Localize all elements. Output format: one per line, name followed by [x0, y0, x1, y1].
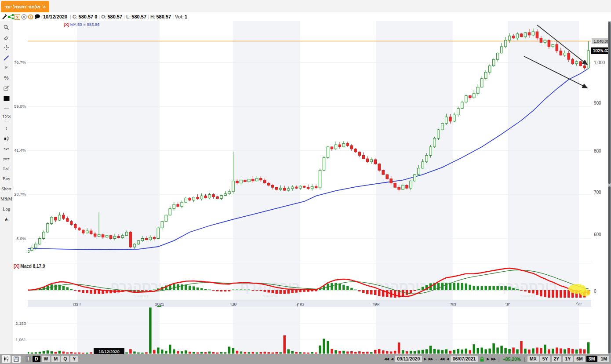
from-date-end-button[interactable]: ▶▶ — [428, 357, 433, 361]
favorite-tool[interactable]: ★ — [0, 215, 13, 225]
candle — [279, 188, 282, 189]
trendline-icon — [4, 55, 9, 61]
macd-histogram-bar — [484, 286, 487, 290]
to-date-prev-button[interactable]: ◀ — [446, 357, 449, 361]
from-date-start-button[interactable]: ◀◀ — [384, 357, 389, 361]
remove-macd-button[interactable]: [X] — [14, 264, 19, 269]
percent-tool[interactable]: % — [0, 73, 13, 83]
crosshair-tool[interactable] — [0, 43, 13, 53]
kitzon-tool[interactable]: קיצון — [0, 154, 13, 164]
mm-tool[interactable]: M&M — [0, 194, 13, 204]
volume-bar — [319, 346, 321, 354]
candle — [58, 215, 61, 220]
volume-bar — [469, 350, 472, 354]
volume-tick-label: 1,061 — [15, 337, 26, 342]
vertical-line-tool[interactable]: ↕ — [0, 124, 13, 134]
volume-bar — [47, 350, 49, 353]
annotate-tool[interactable] — [0, 83, 13, 93]
volume-bar — [189, 352, 191, 354]
candle — [272, 185, 274, 187]
range-mx-button[interactable]: MX — [527, 356, 539, 363]
remove-study-button[interactable]: [X] — [64, 22, 69, 27]
candle-style-tool[interactable] — [0, 134, 13, 144]
zoom-tool[interactable] — [0, 22, 13, 33]
periodicity-d-button[interactable]: D — [33, 356, 40, 363]
level-tool[interactable]: Lvl — [0, 164, 13, 174]
macd-study-label[interactable]: [X]Macd 8,17,9 — [14, 264, 45, 269]
edit-note-icon — [4, 86, 9, 91]
periodicity-m-button[interactable]: M — [51, 356, 60, 363]
to-date-button[interactable]: 06/07/2021 — [451, 356, 478, 363]
range-3m-button[interactable]: 3M — [586, 356, 597, 363]
candle — [564, 53, 566, 55]
range-5y-button[interactable]: 5Y — [540, 356, 550, 363]
macd-histogram-bar — [362, 290, 365, 293]
volume-bar — [157, 348, 160, 354]
to-date-next-button[interactable]: ▶ — [486, 357, 489, 361]
trendline-tool[interactable] — [0, 53, 13, 63]
chart-style-button[interactable] — [2, 355, 11, 363]
macd-histogram-bar — [141, 290, 144, 291]
close-icon[interactable]: ✕ — [43, 4, 46, 9]
range-1m-button[interactable]: 1M — [598, 356, 609, 363]
macd-histogram-bar — [149, 290, 152, 291]
range-6m-button[interactable]: 6M — [574, 356, 585, 363]
candle — [331, 147, 333, 149]
macd-histogram-bar — [220, 290, 223, 291]
fibonacci-tool[interactable]: F — [0, 63, 13, 73]
macd-histogram-bar — [335, 283, 337, 290]
share-icon[interactable] — [8, 14, 14, 20]
ratzef-tool[interactable]: רצף — [0, 144, 13, 154]
to-date-start-button[interactable]: ◀◀ — [439, 357, 444, 361]
target-icon[interactable] — [28, 14, 33, 20]
chart-tab[interactable]: אלמור חשמל יומי ✕ — [1, 1, 49, 12]
month-band — [233, 307, 300, 354]
periodicity-q-button[interactable]: Q — [61, 356, 69, 363]
month-label: מאי — [450, 302, 456, 306]
macd-histogram-bar — [236, 290, 239, 290]
macd-histogram-bar — [86, 290, 88, 293]
lock-range-button[interactable] — [479, 357, 485, 362]
candle — [200, 196, 203, 199]
scrollbar-thumb[interactable] — [608, 186, 611, 353]
from-date-button[interactable]: 09/11/2020 — [395, 356, 422, 363]
right-scrollbar[interactable] — [608, 12, 611, 364]
volume-bar — [587, 342, 590, 354]
volume-bar — [204, 352, 207, 353]
dash-style-tool[interactable]: — — [0, 103, 13, 113]
macd-histogram-bar — [264, 290, 266, 292]
eraser-tool[interactable] — [0, 33, 13, 43]
macd-histogram-bar — [500, 286, 503, 290]
color-swatch-icon — [4, 96, 10, 101]
ma50-study-label[interactable]: [X]MA 50 = 983.86 — [64, 22, 100, 27]
field-separator: | — [171, 14, 175, 19]
short-tool[interactable]: Short — [0, 184, 13, 194]
to-date-end-button[interactable]: ▶▶ — [491, 357, 496, 361]
candlestick-icon — [4, 136, 9, 142]
periodicity-y-button[interactable]: Y — [70, 356, 78, 363]
export-excel-icon[interactable]: x — [15, 14, 20, 20]
log-scale-tool[interactable]: Log — [0, 204, 13, 215]
periodicity-i-button[interactable]: I — [25, 356, 31, 363]
save-button[interactable] — [12, 356, 21, 363]
candle — [224, 194, 227, 196]
range-2y-button[interactable]: 2Y — [552, 356, 562, 363]
color-swatch[interactable] — [0, 93, 13, 103]
macd-histogram-bar — [299, 290, 302, 292]
range-1y-button[interactable]: 1Y — [563, 356, 573, 363]
volume-bar — [504, 348, 507, 354]
from-date-prev-button[interactable]: ◀ — [390, 357, 393, 361]
volume-bar — [358, 351, 361, 353]
macd-histogram-bar — [55, 285, 57, 290]
crosshair-icon — [4, 45, 9, 51]
measure-tool[interactable]: 123↔ — [0, 113, 13, 124]
comment-icon[interactable] — [34, 14, 40, 20]
periodicity-w-button[interactable]: W — [42, 356, 51, 363]
date-axis[interactable] — [13, 301, 611, 307]
tools-icon[interactable] — [1, 14, 7, 20]
candle — [426, 155, 428, 162]
chart-canvas[interactable]: בורסהגרףבורסהגרףבורסהגרףבורסהגרףבורסהגרף… — [13, 21, 611, 354]
from-date-next-button[interactable]: ▶ — [423, 357, 426, 361]
buy-tool[interactable]: Buy — [0, 174, 13, 184]
scrollbar-thumb[interactable] — [608, 22, 611, 184]
